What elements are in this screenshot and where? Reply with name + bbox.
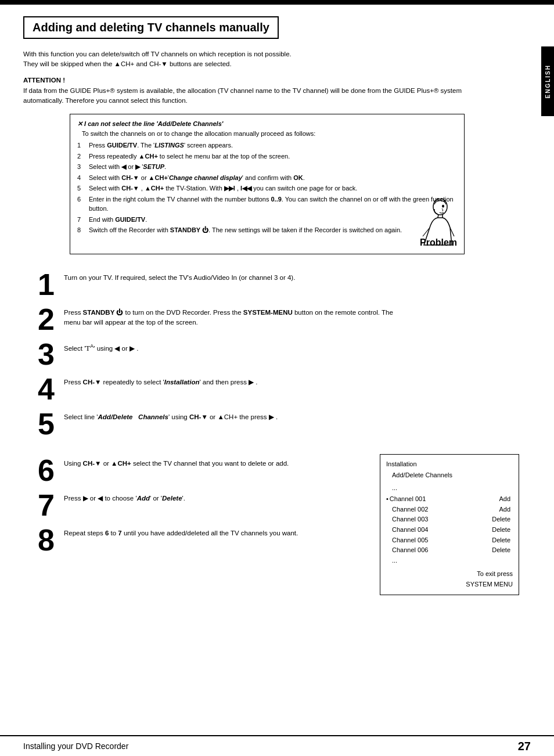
channel-006-name: Channel 006 bbox=[392, 545, 428, 556]
page-container: ENGLISH Adding and deleting TV channels … bbox=[0, 0, 554, 756]
svg-point-5 bbox=[442, 204, 444, 207]
intro-line1: With this function you can delete/switch… bbox=[23, 51, 292, 57]
problem-step-4: 4 Select with CH-▼ or ▲CH+'Change channe… bbox=[77, 173, 457, 183]
step-row-5: 5 Select line 'Add/Delete Channels' usin… bbox=[23, 408, 519, 439]
channel-004-action: Delete bbox=[492, 525, 510, 535]
channel-row-2: Channel 002 Add bbox=[386, 505, 513, 515]
problem-box-intro: To switch the channels on or to change t… bbox=[77, 130, 457, 137]
installation-footer: To exit press SYSTEM MENU bbox=[386, 569, 513, 589]
step-desc-1: Turn on your TV. If required, select the… bbox=[64, 268, 295, 283]
attention-text: If data from the GUIDE Plus+® system is … bbox=[23, 86, 499, 106]
step-desc-2: Press STANDBY ⏻ to turn on the DVD Recor… bbox=[64, 303, 401, 329]
channel-006-action: Delete bbox=[492, 545, 510, 556]
installation-dots-top: ... bbox=[386, 483, 513, 494]
channel-005-action: Delete bbox=[492, 535, 510, 546]
page-number: 27 bbox=[518, 740, 531, 753]
step-number-5: 5 bbox=[23, 408, 64, 439]
step-desc-8: Repeat steps 6 to 7 until you have added… bbox=[64, 524, 298, 539]
footer-line2: SYSTEM MENU bbox=[386, 579, 513, 590]
bottom-label: Installing your DVD Recorder bbox=[23, 741, 128, 751]
step-desc-3: Select 'TA' using ◀ or ▶ . bbox=[64, 338, 138, 354]
problem-box: ✕ I can not select the line 'Add/Delete … bbox=[70, 114, 465, 254]
bottom-bar: Installing your DVD Recorder 27 bbox=[0, 735, 554, 756]
step-number-6: 6 bbox=[23, 454, 64, 485]
step-number-7: 7 bbox=[23, 489, 64, 520]
steps-left: 6 Using CH-▼ or ▲CH+ select the TV chann… bbox=[23, 454, 368, 559]
steps-with-box: 6 Using CH-▼ or ▲CH+ select the TV chann… bbox=[23, 454, 519, 595]
installation-subtitle: Add/Delete Channels bbox=[386, 470, 513, 481]
step-desc-7: Press ▶ or ◀ to choose 'Add' or 'Delete'… bbox=[64, 489, 185, 504]
svg-line-6 bbox=[438, 214, 438, 218]
problem-box-title: ✕ I can not select the line 'Add/Delete … bbox=[77, 120, 457, 128]
problem-step-2: 2 Press repeatedly ▲CH+ to select he men… bbox=[77, 152, 457, 161]
step-number-3: 3 bbox=[23, 338, 64, 369]
side-tab: ENGLISH bbox=[541, 46, 554, 116]
step-row-7: 7 Press ▶ or ◀ to choose 'Add' or 'Delet… bbox=[23, 489, 368, 520]
step-row-8: 8 Repeat steps 6 to 7 until you have add… bbox=[23, 524, 368, 555]
problem-title-bold: Add/Delete Channels bbox=[158, 120, 222, 127]
step-desc-6: Using CH-▼ or ▲CH+ select the TV channel… bbox=[64, 454, 289, 469]
step-number-1: 1 bbox=[23, 268, 64, 300]
channel-003-action: Delete bbox=[492, 514, 510, 525]
problem-step-3: 3 Select with ◀ or ▶ 'SETUP. bbox=[77, 162, 457, 172]
person-svg bbox=[418, 199, 456, 248]
channel-row-3: Channel 003 Delete bbox=[386, 514, 513, 525]
channel-row-1: • Channel 001 Add bbox=[386, 494, 513, 505]
person-illustration bbox=[416, 196, 457, 248]
channel-004-name: Channel 004 bbox=[392, 525, 428, 535]
problem-step-8: 8 Switch off the Recorder with STANDBY ⏻… bbox=[77, 225, 457, 235]
step-number-8: 8 bbox=[23, 524, 64, 555]
problem-step-1: 1 Press GUIDE/TV. The 'LISTINGS' screen … bbox=[77, 141, 457, 150]
installation-box: Installation Add/Delete Channels ... • C… bbox=[380, 454, 519, 595]
footer-line1: To exit press bbox=[386, 569, 513, 579]
step-number-4: 4 bbox=[23, 373, 64, 404]
top-bar bbox=[0, 0, 554, 5]
step-desc-5: Select line 'Add/Delete Channels' using … bbox=[64, 408, 278, 423]
problem-title-prefix: ✕ I can not select the line ' bbox=[77, 120, 158, 127]
problem-label: Problem bbox=[77, 237, 457, 248]
channel-bullet-dot: • bbox=[386, 494, 388, 505]
problem-step-7: 7 End with GUIDE/TV. bbox=[77, 215, 457, 225]
step-row-2: 2 Press STANDBY ⏻ to turn on the DVD Rec… bbox=[23, 303, 519, 334]
intro-text: With this function you can delete/switch… bbox=[23, 49, 499, 70]
main-content: Adding and deleting TV channels manually… bbox=[0, 5, 554, 607]
problem-step-5: 5 Select with CH-▼ , ▲CH+ the TV-Station… bbox=[77, 183, 457, 193]
channel-001-action: Add bbox=[499, 494, 510, 505]
channel-003-name: Channel 003 bbox=[392, 514, 428, 525]
step-row-1: 1 Turn on your TV. If required, select t… bbox=[23, 268, 519, 300]
page-title-box: Adding and deleting TV channels manually bbox=[23, 16, 279, 39]
channel-002-action: Add bbox=[499, 505, 510, 515]
language-label: ENGLISH bbox=[545, 64, 551, 98]
step-number-2: 2 bbox=[23, 303, 64, 334]
problem-title-suffix: ' bbox=[222, 120, 224, 127]
channel-row-4: Channel 004 Delete bbox=[386, 525, 513, 535]
attention-section: ATTENTION ! If data from the GUIDE Plus+… bbox=[23, 77, 519, 106]
step-row-3: 3 Select 'TA' using ◀ or ▶ . bbox=[23, 338, 519, 369]
channel-row-5: Channel 005 Delete bbox=[386, 535, 513, 546]
attention-label: ATTENTION ! bbox=[23, 77, 519, 84]
step-row-6: 6 Using CH-▼ or ▲CH+ select the TV chann… bbox=[23, 454, 368, 485]
problem-step-6: 6 Enter in the right colum the TV channe… bbox=[77, 195, 457, 214]
channel-002-name: Channel 002 bbox=[392, 505, 428, 515]
problem-steps-list: 1 Press GUIDE/TV. The 'LISTINGS' screen … bbox=[77, 141, 457, 235]
installation-title: Installation bbox=[386, 459, 513, 470]
channel-001-name: Channel 001 bbox=[390, 494, 426, 505]
channel-row-6: Channel 006 Delete bbox=[386, 545, 513, 556]
installation-dots-bottom: ... bbox=[386, 556, 513, 566]
main-steps-section: 1 Turn on your TV. If required, select t… bbox=[23, 268, 519, 442]
page-title: Adding and deleting TV channels manually bbox=[33, 21, 269, 34]
intro-line2: They will be skipped when the ▲CH+ and C… bbox=[23, 60, 232, 67]
channel-005-name: Channel 005 bbox=[392, 535, 428, 546]
step-row-4: 4 Press CH-▼ repeatedly to select 'Insta… bbox=[23, 373, 519, 404]
step-desc-4: Press CH-▼ repeatedly to select 'Install… bbox=[64, 373, 258, 388]
